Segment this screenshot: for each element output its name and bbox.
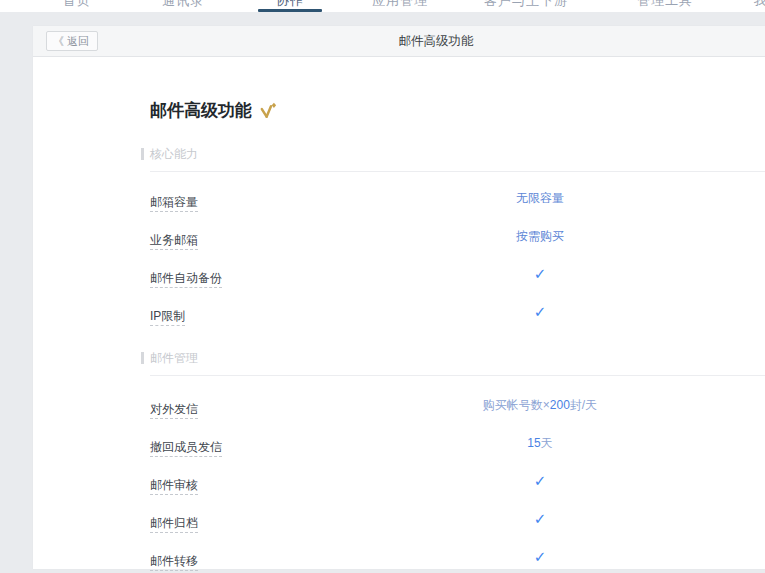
nav-tab-6[interactable]: 管理工具: [637, 0, 693, 10]
card-header: 《 返回 邮件高级功能: [33, 26, 765, 57]
active-tab-underline: [258, 9, 322, 12]
feature-value: 无限容量: [390, 191, 690, 205]
nav-tab-2[interactable]: 通讯录: [162, 0, 204, 10]
feature-value: 15天: [390, 436, 690, 450]
premium-v-icon: [259, 102, 278, 120]
nav-tab-5[interactable]: 客户与上下游: [484, 0, 568, 10]
section-title: 邮件管理: [150, 352, 765, 364]
feature-row: 对外发信购买帐号数×200封/天: [150, 399, 765, 437]
card-content: 邮件高级功能 核心能力邮箱容量无限容量业务邮箱按需购买邮件自动备份✓IP限制✓邮…: [150, 57, 765, 573]
feature-row: 邮箱容量无限容量: [150, 192, 765, 230]
feature-label[interactable]: 业务邮箱: [150, 234, 198, 250]
feature-value-text: 15: [527, 436, 540, 450]
feature-value: ✓: [390, 267, 690, 282]
feature-value-text: 200: [550, 398, 570, 412]
feature-label[interactable]: 撤回成员发信: [150, 441, 222, 457]
feature-row: 邮件转移✓: [150, 551, 765, 573]
feature-row: 邮件审核✓: [150, 475, 765, 513]
feature-label[interactable]: 邮件审核: [150, 479, 198, 495]
page-title-text: 邮件高级功能: [150, 102, 252, 120]
page-title: 邮件高级功能: [150, 102, 765, 120]
feature-label[interactable]: 邮件自动备份: [150, 272, 222, 288]
feature-value-text: 天: [541, 436, 553, 450]
feature-value: 按需购买: [390, 229, 690, 243]
nav-tab-4[interactable]: 应用管理: [372, 0, 428, 10]
top-nav: 首页通讯录协作应用管理客户与上下游管理工具我的企业: [0, 0, 765, 12]
feature-label[interactable]: 邮件转移: [150, 555, 198, 571]
feature-label[interactable]: IP限制: [150, 310, 185, 326]
check-icon: ✓: [534, 548, 547, 565]
feature-row: IP限制✓: [150, 306, 765, 344]
check-icon: ✓: [534, 472, 547, 489]
feature-value-text: 购买帐号数×: [483, 398, 550, 412]
check-icon: ✓: [534, 303, 547, 320]
feature-row: 邮件归档✓: [150, 513, 765, 551]
check-icon: ✓: [534, 510, 547, 527]
feature-value: ✓: [390, 512, 690, 527]
feature-value: ✓: [390, 550, 690, 565]
feature-label[interactable]: 邮箱容量: [150, 196, 198, 212]
nav-tab-1[interactable]: 首页: [63, 0, 91, 10]
feature-value: ✓: [390, 305, 690, 320]
section-divider: [150, 171, 765, 172]
card-header-title: 邮件高级功能: [33, 26, 765, 56]
section-bar-icon: [141, 148, 144, 160]
feature-label[interactable]: 邮件归档: [150, 517, 198, 533]
section-title: 核心能力: [150, 148, 765, 160]
feature-value: ✓: [390, 474, 690, 489]
nav-tab-7[interactable]: 我的企业: [754, 0, 765, 10]
feature-label[interactable]: 对外发信: [150, 403, 198, 419]
feature-row: 邮件自动备份✓: [150, 268, 765, 306]
section-divider: [150, 375, 765, 376]
mail-advanced-card: 《 返回 邮件高级功能 邮件高级功能 核心能力邮箱容量无限容量业务邮箱按需购买邮…: [33, 26, 765, 569]
feature-value-text: 封/天: [570, 398, 597, 412]
section-bar-icon: [141, 352, 144, 364]
feature-row: 撤回成员发信15天: [150, 437, 765, 475]
check-icon: ✓: [534, 265, 547, 282]
feature-value-link[interactable]: 按需购买: [516, 229, 564, 243]
feature-value-link[interactable]: 无限容量: [516, 191, 564, 205]
feature-value: 购买帐号数×200封/天: [390, 398, 690, 412]
feature-row: 业务邮箱按需购买: [150, 230, 765, 268]
back-button[interactable]: 《 返回: [46, 31, 98, 51]
